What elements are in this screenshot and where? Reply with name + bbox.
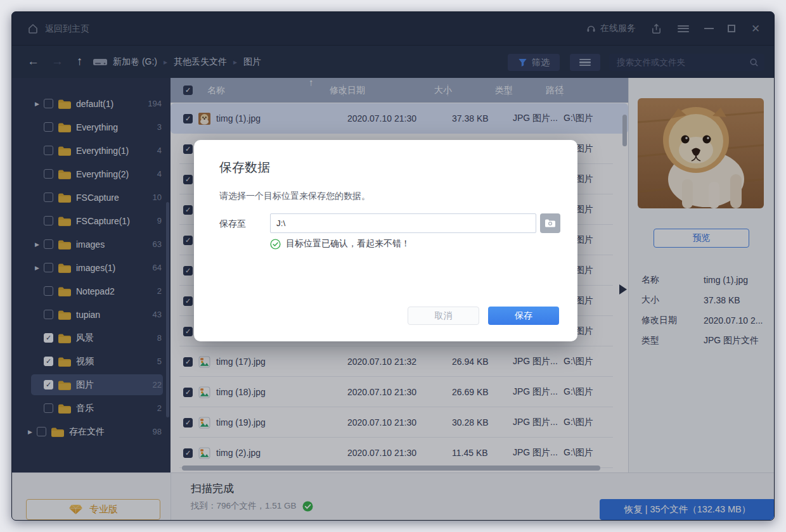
app-window: 返回到主页 在线服务 ✕ ← → ↑ 新加卷 (G:) ▸ 其他丢失文件 ▸ 图… <box>11 11 775 521</box>
confirmed-text: 目标位置已确认，看起来不错！ <box>286 238 410 250</box>
browse-folder-icon <box>545 219 555 227</box>
cancel-button[interactable]: 取消 <box>408 307 479 325</box>
dialog-description: 请选择一个目标位置来保存您的数据。 <box>219 191 370 202</box>
save-to-label: 保存至 <box>219 218 246 230</box>
browse-folder-button[interactable] <box>540 213 560 233</box>
dialog-title: 保存数据 <box>219 159 270 176</box>
location-confirmed-status: 目标位置已确认，看起来不错！ <box>270 238 410 250</box>
save-path-input[interactable] <box>270 213 536 233</box>
save-data-dialog: 保存数据 请选择一个目标位置来保存您的数据。 保存至 目标位置已确认，看起来不错… <box>194 140 577 341</box>
confirmed-check-icon <box>270 239 281 250</box>
save-button[interactable]: 保存 <box>488 307 559 325</box>
